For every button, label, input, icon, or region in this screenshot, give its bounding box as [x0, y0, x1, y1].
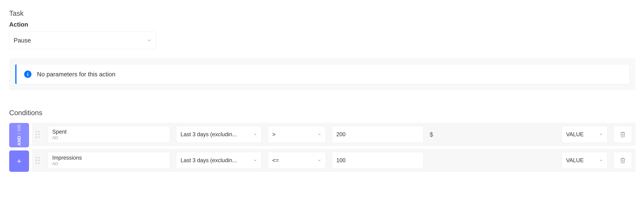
chevron-down-icon — [599, 158, 603, 162]
action-label: Action — [9, 21, 635, 28]
value-type-select[interactable]: VALUE — [562, 126, 608, 143]
conditions-section-title: Conditions — [9, 108, 635, 117]
drag-handle-icon[interactable] — [36, 131, 42, 138]
action-select-value: Pause — [14, 37, 31, 44]
drag-handle-icon[interactable] — [36, 157, 42, 164]
metric-select[interactable]: Impressions AD — [48, 152, 170, 169]
plus-icon: + — [17, 157, 21, 166]
metric-name: Spent — [52, 128, 166, 135]
value-input[interactable]: 100 — [332, 152, 424, 169]
metric-sublabel: AD — [52, 161, 166, 166]
condition-row: Spent AD Last 3 days (excludin... > — [32, 123, 636, 146]
condition-rows: Spent AD Last 3 days (excludin... > — [32, 123, 636, 172]
unit-label: $ — [430, 131, 439, 138]
operator-select[interactable]: > — [268, 126, 326, 143]
chevron-down-icon — [147, 38, 152, 42]
task-section-title: Task — [9, 9, 635, 18]
trash-icon — [620, 131, 626, 138]
value-input-text: 200 — [336, 131, 346, 138]
metric-name: Impressions — [52, 154, 166, 161]
value-type-select[interactable]: VALUE — [562, 152, 608, 169]
period-select[interactable]: Last 3 days (excludin... — [176, 152, 262, 169]
logic-or-label: OR — [16, 125, 22, 132]
info-text: No parameters for this action — [37, 71, 116, 78]
logic-and-label: AND — [16, 136, 22, 146]
delete-condition-button[interactable] — [614, 152, 632, 169]
info-icon: i — [24, 70, 32, 78]
period-value: Last 3 days (excludin... — [180, 131, 237, 138]
period-value: Last 3 days (excludin... — [180, 157, 237, 164]
chevron-down-icon — [318, 132, 322, 136]
delete-condition-button[interactable] — [614, 126, 632, 143]
chevron-down-icon — [253, 158, 257, 162]
operator-select[interactable]: <= — [268, 152, 326, 169]
period-select[interactable]: Last 3 days (excludin... — [176, 126, 262, 143]
chevron-down-icon — [253, 132, 257, 136]
chevron-down-icon — [318, 158, 322, 162]
logic-toggle-and-or[interactable]: AND / OR — [9, 123, 29, 148]
trash-icon — [620, 157, 626, 164]
value-input-text: 100 — [336, 157, 346, 164]
operator-value: > — [272, 131, 318, 138]
value-input[interactable]: 200 — [332, 126, 424, 143]
action-parameters-panel: i No parameters for this action — [9, 58, 636, 90]
value-type-label: VALUE — [566, 157, 584, 164]
add-condition-button[interactable]: + — [9, 150, 29, 172]
conditions-area: AND / OR + Spent AD — [9, 123, 636, 172]
logic-separator: / — [16, 133, 22, 134]
metric-select[interactable]: Spent AD — [48, 126, 170, 143]
conditions-left-rail: AND / OR + — [9, 123, 29, 172]
info-card: i No parameters for this action — [15, 64, 629, 84]
value-type-label: VALUE — [566, 131, 584, 138]
action-select[interactable]: Pause — [9, 32, 156, 49]
operator-value: <= — [272, 157, 318, 164]
metric-sublabel: AD — [52, 135, 166, 140]
chevron-down-icon — [599, 132, 603, 136]
condition-row: Impressions AD Last 3 days (excludin... … — [32, 149, 636, 172]
